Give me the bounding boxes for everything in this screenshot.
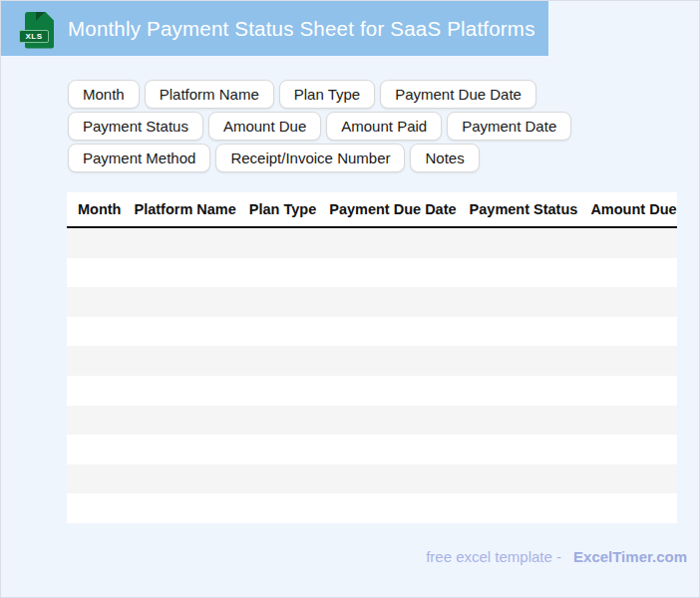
table-row: [67, 406, 677, 436]
chip-amount-paid[interactable]: Amount Paid: [326, 112, 442, 141]
table-body: [67, 228, 677, 523]
table-row: [67, 317, 677, 347]
column-header-payment-status: Payment Status: [470, 201, 578, 217]
spreadsheet-preview: MonthPlatform NamePlan TypePayment Due D…: [67, 192, 677, 523]
table-row: [67, 228, 677, 258]
table-row: [67, 346, 677, 376]
column-header-platform-name: Platform Name: [134, 201, 235, 217]
chip-payment-method[interactable]: Payment Method: [68, 144, 210, 172]
column-header-amount-due: Amount Due: [590, 201, 676, 217]
table-header-row: MonthPlatform NamePlan TypePayment Due D…: [67, 192, 677, 228]
chip-month[interactable]: Month: [68, 80, 140, 109]
page: XLS Monthly Payment Status Sheet for Saa…: [0, 0, 700, 598]
field-chips: MonthPlatform NamePlan TypePayment Due D…: [68, 80, 646, 172]
chip-plan-type[interactable]: Plan Type: [279, 80, 375, 109]
chip-receipt-invoice-number[interactable]: Receipt/Invoice Number: [215, 144, 405, 172]
header-banner: XLS Monthly Payment Status Sheet for Saa…: [1, 1, 548, 56]
footer-brand-link[interactable]: ExcelTimer.com: [573, 548, 687, 565]
chip-amount-due[interactable]: Amount Due: [208, 112, 321, 141]
table-row: [67, 376, 677, 406]
table-row: [67, 435, 677, 464]
column-header-payment-due-date: Payment Due Date: [329, 201, 456, 217]
column-header-plan-type: Plan Type: [249, 201, 316, 217]
column-header-month: Month: [78, 201, 121, 217]
chip-platform-name[interactable]: Platform Name: [145, 80, 274, 109]
chip-payment-date[interactable]: Payment Date: [447, 112, 571, 141]
xls-label: XLS: [19, 30, 49, 43]
table-row: [67, 258, 677, 288]
page-title: Monthly Payment Status Sheet for SaaS Pl…: [68, 17, 535, 41]
table-row: [67, 493, 677, 523]
xls-file-icon: XLS: [17, 7, 55, 51]
footer-text: free excel template -: [426, 548, 561, 565]
footer: free excel template - ExcelTimer.com: [426, 548, 687, 565]
table-row: [67, 464, 677, 494]
chip-notes[interactable]: Notes: [410, 144, 479, 172]
chip-payment-due-date[interactable]: Payment Due Date: [380, 80, 536, 109]
table-row: [67, 287, 677, 317]
chip-payment-status[interactable]: Payment Status: [68, 112, 203, 141]
xls-folded-corner: [36, 12, 45, 21]
